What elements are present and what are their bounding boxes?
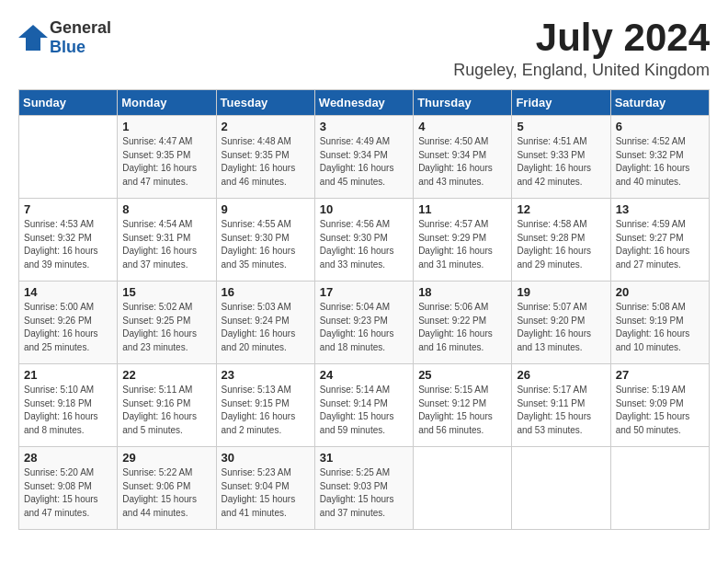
calendar-cell: 13Sunrise: 4:59 AM Sunset: 9:27 PM Dayli…: [610, 199, 709, 282]
day-number: 7: [24, 202, 112, 216]
calendar-cell: 8Sunrise: 4:54 AM Sunset: 9:31 PM Daylig…: [118, 199, 216, 282]
day-number: 3: [320, 120, 408, 133]
calendar-cell: 15Sunrise: 5:02 AM Sunset: 9:25 PM Dayli…: [118, 282, 216, 364]
day-info: Sunrise: 5:02 AM Sunset: 9:25 PM Dayligh…: [122, 301, 210, 354]
day-number: 8: [122, 202, 210, 216]
day-number: 1: [122, 120, 210, 133]
calendar-cell: 10Sunrise: 4:56 AM Sunset: 9:30 PM Dayli…: [314, 199, 413, 282]
day-info: Sunrise: 4:54 AM Sunset: 9:31 PM Dayligh…: [122, 218, 210, 271]
header-row: SundayMondayTuesdayWednesdayThursdayFrid…: [19, 90, 710, 116]
calendar-cell: 21Sunrise: 5:10 AM Sunset: 9:18 PM Dayli…: [19, 364, 118, 447]
calendar-cell: 31Sunrise: 5:25 AM Sunset: 9:03 PM Dayli…: [314, 447, 413, 530]
day-info: Sunrise: 4:59 AM Sunset: 9:27 PM Dayligh…: [616, 218, 704, 271]
day-info: Sunrise: 4:47 AM Sunset: 9:35 PM Dayligh…: [122, 135, 210, 189]
day-info: Sunrise: 5:23 AM Sunset: 9:04 PM Dayligh…: [222, 466, 310, 520]
header-day-monday: Monday: [118, 90, 216, 116]
logo-general-text: General: [50, 18, 111, 37]
week-row-1: 1Sunrise: 4:47 AM Sunset: 9:35 PM Daylig…: [19, 116, 710, 199]
day-number: 22: [122, 368, 210, 382]
day-info: Sunrise: 5:15 AM Sunset: 9:12 PM Dayligh…: [418, 384, 506, 437]
day-info: Sunrise: 4:51 AM Sunset: 9:33 PM Dayligh…: [517, 135, 605, 189]
day-number: 28: [24, 451, 112, 465]
week-row-4: 21Sunrise: 5:10 AM Sunset: 9:18 PM Dayli…: [19, 364, 710, 447]
header-day-tuesday: Tuesday: [216, 90, 314, 116]
day-number: 23: [222, 368, 310, 382]
day-number: 5: [517, 120, 605, 133]
calendar-table: SundayMondayTuesdayWednesdayThursdayFrid…: [18, 89, 710, 530]
day-number: 20: [616, 285, 704, 299]
day-info: Sunrise: 4:49 AM Sunset: 9:34 PM Dayligh…: [320, 135, 408, 189]
calendar-cell: [512, 447, 610, 530]
header-day-saturday: Saturday: [610, 90, 709, 116]
calendar-cell: 26Sunrise: 5:17 AM Sunset: 9:11 PM Dayli…: [512, 364, 610, 447]
day-info: Sunrise: 4:57 AM Sunset: 9:29 PM Dayligh…: [418, 218, 506, 271]
day-number: 4: [418, 120, 506, 133]
calendar-cell: 14Sunrise: 5:00 AM Sunset: 9:26 PM Dayli…: [19, 282, 118, 364]
day-number: 18: [418, 285, 506, 299]
logo: General Blue: [18, 18, 111, 57]
calendar-cell: 27Sunrise: 5:19 AM Sunset: 9:09 PM Dayli…: [610, 364, 709, 447]
day-number: 29: [122, 451, 210, 465]
day-info: Sunrise: 4:50 AM Sunset: 9:34 PM Dayligh…: [418, 135, 506, 189]
day-info: Sunrise: 5:03 AM Sunset: 9:24 PM Dayligh…: [222, 301, 310, 354]
day-info: Sunrise: 5:25 AM Sunset: 9:03 PM Dayligh…: [320, 466, 408, 520]
day-info: Sunrise: 5:13 AM Sunset: 9:15 PM Dayligh…: [222, 384, 310, 437]
day-info: Sunrise: 5:17 AM Sunset: 9:11 PM Dayligh…: [517, 384, 605, 437]
day-number: 19: [517, 285, 605, 299]
month-title: July 2024: [453, 18, 710, 57]
day-number: 9: [222, 202, 310, 216]
calendar-cell: 11Sunrise: 4:57 AM Sunset: 9:29 PM Dayli…: [414, 199, 512, 282]
calendar-cell: 5Sunrise: 4:51 AM Sunset: 9:33 PM Daylig…: [512, 116, 610, 199]
day-info: Sunrise: 5:11 AM Sunset: 9:16 PM Dayligh…: [122, 384, 210, 437]
calendar-cell: 17Sunrise: 5:04 AM Sunset: 9:23 PM Dayli…: [314, 282, 413, 364]
location-title: Rugeley, England, United Kingdom: [453, 61, 710, 80]
calendar-cell: 30Sunrise: 5:23 AM Sunset: 9:04 PM Dayli…: [216, 447, 314, 530]
header-day-thursday: Thursday: [414, 90, 512, 116]
svg-marker-0: [18, 25, 48, 51]
header: General Blue July 2024 Rugeley, England,…: [18, 18, 710, 80]
calendar-cell: 12Sunrise: 4:58 AM Sunset: 9:28 PM Dayli…: [512, 199, 610, 282]
calendar-cell: 7Sunrise: 4:53 AM Sunset: 9:32 PM Daylig…: [19, 199, 118, 282]
day-info: Sunrise: 5:04 AM Sunset: 9:23 PM Dayligh…: [320, 301, 408, 354]
day-number: 26: [517, 368, 605, 382]
day-info: Sunrise: 5:14 AM Sunset: 9:14 PM Dayligh…: [320, 384, 408, 437]
week-row-2: 7Sunrise: 4:53 AM Sunset: 9:32 PM Daylig…: [19, 199, 710, 282]
day-number: 21: [24, 368, 112, 382]
day-number: 15: [122, 285, 210, 299]
day-number: 13: [616, 202, 704, 216]
day-info: Sunrise: 5:19 AM Sunset: 9:09 PM Dayligh…: [616, 384, 704, 437]
day-info: Sunrise: 5:10 AM Sunset: 9:18 PM Dayligh…: [24, 384, 112, 437]
calendar-cell: 19Sunrise: 5:07 AM Sunset: 9:20 PM Dayli…: [512, 282, 610, 364]
calendar-cell: 29Sunrise: 5:22 AM Sunset: 9:06 PM Dayli…: [118, 447, 216, 530]
day-info: Sunrise: 5:20 AM Sunset: 9:08 PM Dayligh…: [24, 466, 112, 520]
header-day-sunday: Sunday: [19, 90, 118, 116]
day-info: Sunrise: 4:58 AM Sunset: 9:28 PM Dayligh…: [517, 218, 605, 271]
day-info: Sunrise: 4:52 AM Sunset: 9:32 PM Dayligh…: [616, 135, 704, 189]
day-info: Sunrise: 4:55 AM Sunset: 9:30 PM Dayligh…: [222, 218, 310, 271]
day-info: Sunrise: 4:53 AM Sunset: 9:32 PM Dayligh…: [24, 218, 112, 271]
day-info: Sunrise: 4:48 AM Sunset: 9:35 PM Dayligh…: [222, 135, 310, 189]
calendar-cell: 16Sunrise: 5:03 AM Sunset: 9:24 PM Dayli…: [216, 282, 314, 364]
calendar-cell: 3Sunrise: 4:49 AM Sunset: 9:34 PM Daylig…: [314, 116, 413, 199]
logo-blue-text: Blue: [50, 38, 85, 56]
calendar-cell: 2Sunrise: 4:48 AM Sunset: 9:35 PM Daylig…: [216, 116, 314, 199]
logo-icon: [18, 25, 48, 51]
day-number: 25: [418, 368, 506, 382]
calendar-cell: 24Sunrise: 5:14 AM Sunset: 9:14 PM Dayli…: [314, 364, 413, 447]
calendar-cell: 6Sunrise: 4:52 AM Sunset: 9:32 PM Daylig…: [610, 116, 709, 199]
day-info: Sunrise: 5:22 AM Sunset: 9:06 PM Dayligh…: [122, 466, 210, 520]
calendar-cell: [19, 116, 118, 199]
day-number: 14: [24, 285, 112, 299]
calendar-cell: 18Sunrise: 5:06 AM Sunset: 9:22 PM Dayli…: [414, 282, 512, 364]
day-number: 27: [616, 368, 704, 382]
calendar-cell: 9Sunrise: 4:55 AM Sunset: 9:30 PM Daylig…: [216, 199, 314, 282]
day-number: 24: [320, 368, 408, 382]
day-info: Sunrise: 4:56 AM Sunset: 9:30 PM Dayligh…: [320, 218, 408, 271]
calendar-cell: 1Sunrise: 4:47 AM Sunset: 9:35 PM Daylig…: [118, 116, 216, 199]
week-row-3: 14Sunrise: 5:00 AM Sunset: 9:26 PM Dayli…: [19, 282, 710, 364]
title-section: July 2024 Rugeley, England, United Kingd…: [453, 18, 710, 80]
calendar-cell: 25Sunrise: 5:15 AM Sunset: 9:12 PM Dayli…: [414, 364, 512, 447]
calendar-cell: [610, 447, 709, 530]
calendar-cell: 20Sunrise: 5:08 AM Sunset: 9:19 PM Dayli…: [610, 282, 709, 364]
week-row-5: 28Sunrise: 5:20 AM Sunset: 9:08 PM Dayli…: [19, 447, 710, 530]
